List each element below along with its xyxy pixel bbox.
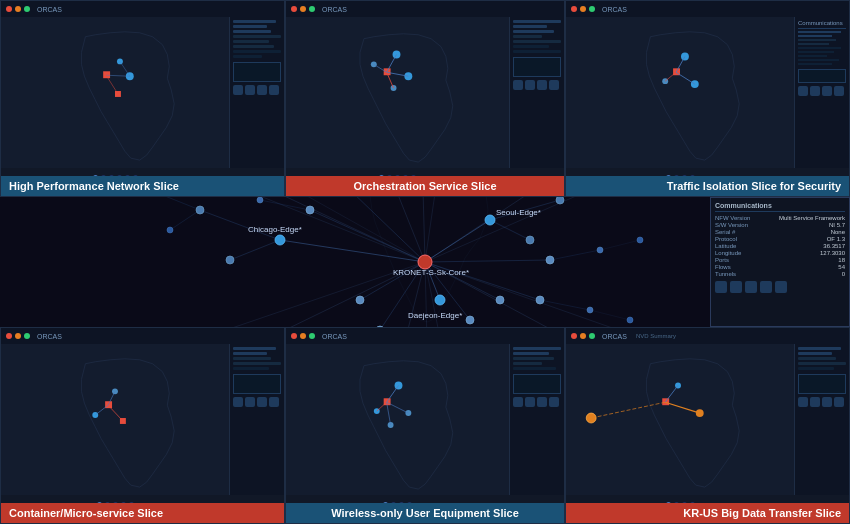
protocol-label: Protocol xyxy=(715,236,737,242)
dot-green-bc xyxy=(309,333,315,339)
panel-tc-header: ORCAS xyxy=(286,1,564,17)
svg-point-47 xyxy=(546,256,554,264)
dot-red-tc xyxy=(291,6,297,12)
panel-bc-map xyxy=(286,344,509,495)
svg-line-120 xyxy=(591,402,665,418)
svg-line-103 xyxy=(95,405,108,415)
panel-br-subtitle: NVD Summary xyxy=(636,333,676,339)
longitude-label: Longitude xyxy=(715,250,741,256)
svg-point-78 xyxy=(117,58,123,64)
svg-point-42 xyxy=(435,295,445,305)
panel-bl-header: ORCAS xyxy=(1,328,284,344)
svg-point-48 xyxy=(536,296,544,304)
panel-bottom-right: ORCAS NVD Summary xyxy=(565,327,850,524)
svg-point-119 xyxy=(586,413,596,423)
panel-top-right: ORCAS Communications xyxy=(565,0,850,197)
svg-line-102 xyxy=(108,405,123,421)
dot-red-br xyxy=(571,333,577,339)
svg-line-97 xyxy=(665,72,676,81)
panel-tl-map xyxy=(1,17,229,168)
latitude-value: 36.3517 xyxy=(823,243,845,249)
info-btn-1[interactable] xyxy=(715,281,727,293)
latitude-label: Latitude xyxy=(715,243,736,249)
svg-line-79 xyxy=(106,75,118,94)
panel-tr-label: Traffic Isolation Slice for Security xyxy=(566,176,849,196)
dot-yellow-tc xyxy=(300,6,306,12)
svg-line-95 xyxy=(676,56,685,72)
ports-value: 18 xyxy=(838,257,845,263)
panel-bl-map xyxy=(1,344,229,495)
dot-yellow-bl xyxy=(15,333,21,339)
panel-tc-sidebar xyxy=(509,17,564,168)
info-btn-4[interactable] xyxy=(760,281,772,293)
info-header: Communications xyxy=(715,202,845,212)
panel-br-label: KR-US Big Data Transfer Slice xyxy=(566,503,849,523)
dot-yellow-br xyxy=(580,333,586,339)
svg-line-110 xyxy=(387,385,399,402)
panel-br-header: ORCAS NVD Summary xyxy=(566,328,849,344)
serial-label: Serial # xyxy=(715,229,735,235)
svg-point-60 xyxy=(627,317,633,323)
panel-tc-label: Orchestration Service Slice xyxy=(286,176,564,196)
panel-bc-header: ORCAS xyxy=(286,328,564,344)
svg-line-96 xyxy=(676,72,695,84)
svg-point-39 xyxy=(418,255,432,269)
protocol-value: OF 1.3 xyxy=(827,236,845,242)
panel-tr-map xyxy=(566,17,794,168)
svg-line-90 xyxy=(374,64,387,72)
panel-bottom-center: ORCAS xyxy=(285,327,565,524)
svg-rect-75 xyxy=(103,71,110,78)
panel-tr-sidebar: Communications xyxy=(794,17,849,168)
panel-br-map xyxy=(566,344,794,495)
svg-point-51 xyxy=(196,206,204,214)
panel-tc-map xyxy=(286,17,509,168)
panel-tl-title: ORCAS xyxy=(37,6,62,13)
svg-line-81 xyxy=(120,61,130,76)
panel-tr-title: ORCAS xyxy=(602,6,627,13)
serial-value: None xyxy=(831,229,845,235)
svg-line-112 xyxy=(377,402,387,411)
dot-red-tr xyxy=(571,6,577,12)
svg-point-44 xyxy=(306,206,314,214)
panel-bc-title: ORCAS xyxy=(322,333,347,340)
panel-br-title: ORCAS xyxy=(602,333,627,340)
dot-green-tr xyxy=(589,6,595,12)
svg-point-57 xyxy=(597,247,603,253)
flows-value: 54 xyxy=(838,264,845,270)
info-panel: Communications NFW Version Multi Service… xyxy=(710,197,850,327)
svg-line-118 xyxy=(665,385,678,402)
svg-point-58 xyxy=(587,307,593,313)
panel-bl-title: ORCAS xyxy=(37,333,62,340)
panel-bl-sidebar xyxy=(229,344,284,495)
dot-green xyxy=(24,6,30,12)
nfw-version-value: Multi Service Framework xyxy=(779,215,845,221)
svg-line-87 xyxy=(387,55,397,73)
panel-top-left: ORCAS xyxy=(0,0,285,197)
svg-point-56 xyxy=(257,197,263,203)
info-btn-5[interactable] xyxy=(775,281,787,293)
panel-br-sidebar xyxy=(794,344,849,495)
panel-tc-title: ORCAS xyxy=(322,6,347,13)
panel-bottom-left: ORCAS xyxy=(0,327,285,524)
dot-red xyxy=(6,6,12,12)
info-btn-2[interactable] xyxy=(730,281,742,293)
svg-point-62 xyxy=(167,227,173,233)
main-container: KRONET-S-Sk-Core* Chicago-Edge* Seoul-Ed… xyxy=(0,0,850,524)
svg-text:Daejeon-Edge*: Daejeon-Edge* xyxy=(408,311,462,320)
svg-point-46 xyxy=(496,296,504,304)
panel-top-center: ORCAS xyxy=(285,0,565,197)
panel-bc-label: Wireless-only User Equipment Slice xyxy=(286,503,564,523)
dot-yellow-bc xyxy=(300,333,306,339)
info-btn-3[interactable] xyxy=(745,281,757,293)
svg-line-111 xyxy=(387,402,409,413)
svg-text:Seoul-Edge*: Seoul-Edge* xyxy=(496,208,541,217)
sw-version-value: NI 5.7 xyxy=(829,222,845,228)
dot-red-bl xyxy=(6,333,12,339)
ports-label: Ports xyxy=(715,257,729,263)
panel-tl-label: High Performance Network Slice xyxy=(1,176,284,196)
longitude-value: 127.3030 xyxy=(820,250,845,256)
panel-tr-header: ORCAS xyxy=(566,1,849,17)
panel-bc-sidebar xyxy=(509,344,564,495)
nfw-version-label: NFW Version xyxy=(715,215,750,221)
svg-point-41 xyxy=(485,215,495,225)
